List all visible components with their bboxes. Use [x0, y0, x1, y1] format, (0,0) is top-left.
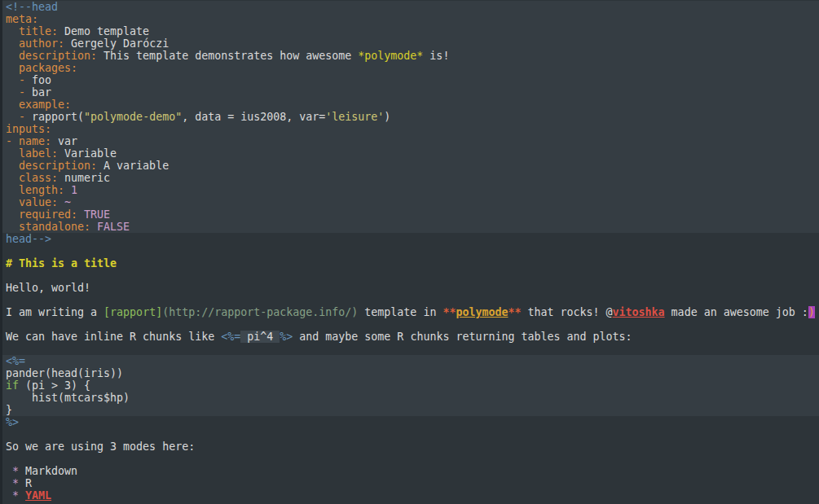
list-bullet: * [6, 489, 25, 502]
code-segment: required: [6, 208, 77, 221]
code-line[interactable]: <%= [2, 355, 819, 367]
inline-chunk-close: %> [280, 331, 293, 343]
code-line[interactable]: description: A variable [2, 160, 819, 172]
code-segment: , data = ius2008, var= [182, 111, 325, 123]
code-segment: ** [508, 306, 521, 318]
code-line[interactable]: if (pi > 3) { [2, 379, 819, 392]
code-line[interactable]: hist(mtcars$hp) [2, 392, 819, 404]
code-segment: label: [6, 147, 58, 160]
code-segment: A variable [97, 160, 169, 172]
code-line[interactable]: description: This template demonstrates … [2, 50, 819, 62]
code-segment: ~ [58, 196, 71, 208]
code-line[interactable] [6, 294, 819, 306]
link-yaml: YAML [25, 489, 51, 502]
code-line[interactable]: # This is a title [6, 257, 819, 270]
code-line[interactable]: class: numeric [2, 172, 819, 184]
code-line[interactable] [6, 245, 819, 257]
list-bullet: * [6, 477, 25, 489]
code-segment: that rocks! @ [521, 306, 612, 318]
code-segment: Markdown [25, 465, 77, 477]
code-line[interactable]: - foo [2, 74, 819, 86]
code-segment: - [6, 111, 32, 123]
code-line[interactable] [6, 343, 819, 355]
code-segment: R [25, 477, 32, 489]
code-segment: ** [443, 306, 456, 318]
link-polymode: polymode [456, 306, 508, 318]
code-segment: title: [6, 25, 58, 37]
code-segment: standalone: [6, 221, 90, 233]
code-segment: Demo template [58, 25, 149, 37]
list-bullet: * [6, 465, 25, 477]
code-segment: meta: [6, 13, 38, 25]
code-segment: foo [32, 74, 51, 86]
link-rapport-url: (http://rapport-package.info/) [162, 306, 358, 318]
code-line[interactable]: * YAML [6, 489, 819, 502]
code-segment: value: [6, 196, 58, 208]
code-segment: We can have inline R chunks like [6, 331, 221, 343]
code-line[interactable]: } [2, 404, 819, 416]
code-segment: Variable [58, 147, 117, 160]
code-area: <!--headmeta: title: Demo template autho… [6, 1, 819, 502]
text-cursor: ) [808, 306, 815, 318]
code-line[interactable]: So we are using 3 modes here: [6, 440, 819, 453]
code-line[interactable]: - bar [2, 86, 819, 99]
code-line[interactable]: packages: [2, 62, 819, 74]
code-segment: - name: [6, 135, 51, 147]
code-line[interactable]: head--> [6, 233, 819, 245]
chunk-head-delimiter: <!--head [6, 1, 58, 13]
code-segment: - [6, 86, 32, 99]
code-segment: pander(head(iris)) [6, 367, 123, 379]
code-line[interactable]: * R [6, 477, 819, 489]
code-line[interactable]: title: Demo template [2, 25, 819, 37]
code-segment: template in [358, 306, 443, 318]
inline-r-code: pi^4 [240, 331, 280, 343]
code-segment: description: [6, 50, 97, 62]
code-segment: ) [384, 111, 390, 123]
code-segment: author: [6, 37, 64, 50]
code-line[interactable]: %> [6, 416, 819, 428]
code-line[interactable]: length: 1 [2, 184, 819, 196]
code-line[interactable]: meta: [2, 13, 819, 25]
code-segment: hist(mtcars$hp) [6, 392, 130, 404]
inline-chunk-open: <%= [221, 331, 240, 343]
code-line[interactable]: Hello, world! [6, 282, 819, 294]
code-line[interactable]: - name: var [2, 135, 819, 147]
code-line[interactable]: inputs: [2, 123, 819, 135]
link-rapport: [rapport] [103, 306, 162, 318]
code-segment: inputs: [6, 123, 51, 135]
code-segment: and maybe some R chunks returning tables… [293, 331, 632, 343]
code-segment: is! [423, 50, 449, 62]
code-line[interactable]: * Markdown [6, 465, 819, 477]
code-line[interactable] [6, 453, 819, 465]
code-line[interactable]: standalone: FALSE [2, 221, 819, 233]
code-segment: numeric [58, 172, 110, 184]
code-segment: } [6, 404, 12, 416]
chunk-close-delimiter: %> [6, 416, 19, 428]
code-line[interactable]: required: TRUE [2, 208, 819, 221]
code-segment: 1 [64, 184, 77, 196]
code-line[interactable] [6, 270, 819, 282]
code-segment: var [51, 135, 77, 147]
code-line[interactable]: We can have inline R chunks like <%= pi^… [6, 331, 819, 343]
code-line[interactable]: - rapport("polymode-demo", data = ius200… [2, 111, 819, 123]
code-segment: TRUE [77, 208, 110, 221]
code-segment: packages: [6, 62, 77, 74]
code-line[interactable] [6, 428, 819, 440]
code-line[interactable]: <!--head [2, 1, 819, 13]
code-line[interactable]: example: [2, 99, 819, 111]
code-segment: "polymode-demo" [84, 111, 182, 123]
code-line[interactable]: I am writing a [rapport](http://rapport-… [6, 306, 819, 318]
chunk-tail-delimiter: head--> [6, 233, 51, 245]
markdown-heading: # This is a title [6, 257, 117, 270]
editor-buffer[interactable]: <!--headmeta: title: Demo template autho… [0, 0, 819, 504]
code-segment: class: [6, 172, 58, 184]
mention-vitoshka: vitoshka [613, 306, 665, 318]
code-line[interactable]: pander(head(iris)) [2, 367, 819, 379]
code-line[interactable]: label: Variable [2, 147, 819, 160]
code-line[interactable]: value: ~ [2, 196, 819, 208]
code-line[interactable] [6, 318, 819, 331]
code-segment: if [6, 379, 19, 392]
code-segment: (pi > 3) { [19, 379, 90, 392]
code-segment: Hello, world! [6, 282, 90, 294]
code-line[interactable]: author: Gergely Daróczi [2, 37, 819, 50]
